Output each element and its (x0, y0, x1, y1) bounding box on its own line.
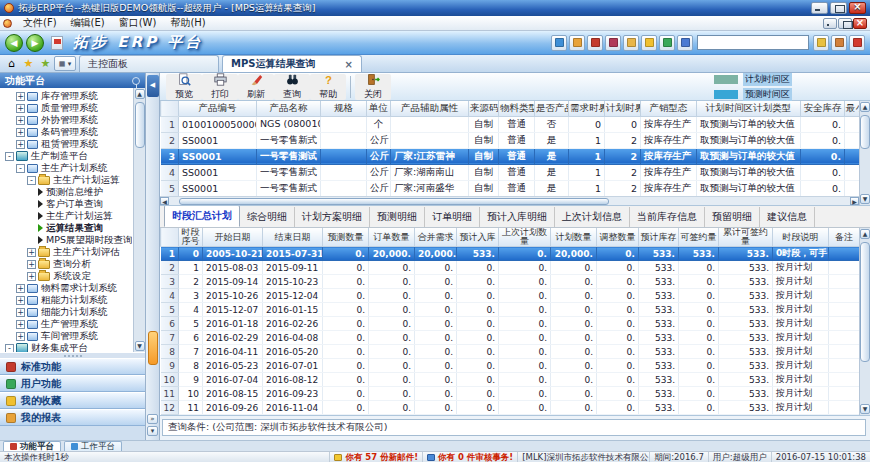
product-hscrollbar[interactable]: ◀ ▶ (160, 196, 859, 205)
tree-item[interactable]: MPS展望期时段查询 (3, 234, 132, 246)
tree-expand-icon[interactable]: + (27, 272, 36, 281)
menu-item[interactable]: 窗口(W) (112, 16, 164, 30)
bottom-tab[interactable]: 功能平台 (3, 441, 61, 452)
column-header[interactable]: 时段序号 (179, 228, 203, 247)
column-header[interactable]: 产品名称 (257, 101, 321, 116)
tree-item[interactable]: -生产制造平台 (3, 150, 132, 162)
home-icon[interactable]: ⌂ (3, 55, 20, 71)
column-header[interactable]: 安全库存 (801, 101, 845, 116)
address-book-button[interactable] (587, 35, 603, 51)
column-header[interactable]: 合并需求 (415, 228, 457, 247)
table-row[interactable]: 1092016-07-042016-08-120.0.0.0.0.0.0.533… (161, 373, 860, 387)
table-row[interactable]: 102005-10-212015-07-310.20,000.20,000.53… (161, 247, 860, 261)
column-header[interactable]: 累计可签约量 (719, 228, 773, 247)
detail-tab[interactable]: 订单明细 (425, 207, 480, 227)
scroll-up-icon[interactable]: ▲ (860, 229, 870, 239)
column-header[interactable]: 开始日期 (203, 228, 263, 247)
column-header[interactable]: 可签约量 (679, 228, 719, 247)
tree-expand-icon[interactable]: + (27, 260, 36, 269)
table-row[interactable]: 12112016-09-262016-11-040.0.0.0.0.0.0.53… (161, 401, 860, 415)
column-header[interactable]: 产品辅助属性 (391, 101, 469, 116)
menu-item[interactable]: 编辑(E) (64, 16, 112, 30)
table-row[interactable]: 982016-05-232016-07-010.0.0.0.0.0.0.533.… (161, 359, 860, 373)
accordion-user-check[interactable]: 用户功能 (0, 375, 145, 392)
exit-button[interactable] (849, 35, 865, 51)
tree-item[interactable]: +物料需求计划系统 (3, 282, 132, 294)
go-button[interactable] (813, 35, 829, 51)
tree-expand-icon[interactable]: + (16, 92, 25, 101)
detail-tab[interactable]: 预测明细 (370, 207, 425, 227)
period-vscrollbar[interactable]: ▲ ▼ (859, 228, 870, 415)
detail-tab[interactable]: 建议信息 (760, 207, 815, 227)
detail-tab[interactable]: 预留明细 (705, 207, 760, 227)
table-row[interactable]: 762016-02-292016-04-080.0.0.0.0.0.0.533.… (161, 331, 860, 345)
refresh-button[interactable]: 刷新 (238, 74, 274, 100)
status-audit[interactable]: 你有 0 件审核事务! (423, 452, 518, 462)
column-header[interactable]: 产销型态 (641, 101, 697, 116)
scroll-up-icon[interactable]: ▲ (860, 102, 870, 112)
tree-item[interactable]: 预测信息维护 (3, 186, 132, 198)
column-header[interactable]: 计划数量 (551, 228, 597, 247)
mdi-restore-button[interactable] (838, 18, 852, 29)
tree-expand-icon[interactable]: + (16, 308, 25, 317)
table-row[interactable]: 652016-01-182016-02-260.0.0.0.0.0.0.533.… (161, 317, 860, 331)
accordion-report[interactable]: 我的报表 (0, 409, 145, 426)
column-header[interactable]: 时段说明 (773, 228, 829, 247)
favorite-button[interactable] (641, 35, 657, 51)
column-header[interactable]: 单位 (367, 101, 391, 116)
scroll-left-icon[interactable]: ◀ (160, 197, 169, 205)
maximize-button[interactable] (830, 2, 847, 14)
table-row[interactable]: 872016-04-112016-05-200.0.0.0.0.0.0.533.… (161, 345, 860, 359)
bottom-tab[interactable]: 工作平台 (64, 441, 122, 452)
tree-item[interactable]: +车间管理系统 (3, 330, 132, 342)
tree-item[interactable]: -主生产计划系统 (3, 162, 132, 174)
tree-item[interactable]: +粗能力计划系统 (3, 294, 132, 306)
column-header[interactable]: 需求时界 (569, 101, 605, 116)
tree-item[interactable]: -财务集成平台 (3, 342, 132, 352)
tree-expand-icon[interactable]: - (5, 152, 14, 161)
column-header[interactable]: 结束日期 (263, 228, 323, 247)
tree-expand-icon[interactable]: + (16, 128, 25, 137)
vscroll-thumb[interactable] (860, 115, 870, 149)
mdi-minimize-button[interactable] (823, 18, 837, 29)
detail-tab[interactable]: 预计入库明细 (480, 207, 555, 227)
tree-item[interactable]: +系统设定 (3, 270, 132, 282)
expand-panel-icon[interactable]: » (147, 414, 158, 424)
close-view-button[interactable]: 关闭 (355, 74, 391, 100)
home-button[interactable] (831, 35, 847, 51)
table-row[interactable]: 3SS0001一号零售测试公斤厂家:江苏雷神自制普通是12按库存生产取预测与订单… (161, 148, 860, 164)
tree-item[interactable]: 客户订单查询 (3, 198, 132, 210)
column-header[interactable]: 预计库存 (639, 228, 679, 247)
table-row[interactable]: 10100100050000NGS (080010005蓝色鼠标个自制普通否00… (161, 116, 860, 132)
tree-expand-icon[interactable]: - (27, 176, 36, 185)
tree-expand-icon[interactable]: - (5, 344, 14, 353)
tree-item[interactable]: +生产管理系统 (3, 318, 132, 330)
product-vscrollbar[interactable]: ▲ ▼ (859, 101, 870, 205)
column-header[interactable]: 规格 (321, 101, 367, 116)
close-button[interactable] (849, 2, 866, 14)
panel-menu-icon[interactable]: ▾ (147, 426, 158, 436)
tree-item[interactable]: +库存管理系统 (3, 90, 132, 102)
clock-button[interactable] (677, 35, 693, 51)
scroll-up-icon[interactable]: ▲ (135, 89, 145, 99)
detail-tab[interactable]: 当前库存信息 (630, 207, 705, 227)
table-row[interactable]: 2SS0001一号零售新式公斤自制普通是12按库存生产取预测与订单的较大值0. (161, 132, 860, 148)
scroll-down-icon[interactable]: ▼ (135, 341, 145, 351)
tree-item[interactable]: +质量管理系统 (3, 102, 132, 114)
column-header[interactable]: 计划时界 (605, 101, 641, 116)
detail-tab[interactable]: 计划方案明细 (295, 207, 370, 227)
column-header[interactable]: 调整数量 (597, 228, 639, 247)
scroll-down-icon[interactable]: ▼ (860, 194, 870, 204)
scroll-right-icon[interactable]: ▶ (850, 197, 859, 205)
help-button[interactable]: ?帮助 (310, 74, 346, 100)
tree-item[interactable]: +查询分析 (3, 258, 132, 270)
column-header[interactable]: 备注 (829, 228, 860, 247)
document-tab[interactable]: MPS运算结果查询× (222, 55, 362, 72)
tree-expand-icon[interactable]: + (16, 320, 25, 329)
tree-item[interactable]: +外协管理系统 (3, 114, 132, 126)
column-header[interactable]: 上次计划数量 (499, 228, 551, 247)
open-folder-button[interactable] (569, 35, 585, 51)
tree-expand-icon[interactable]: + (16, 140, 25, 149)
tree-item[interactable]: +租赁管理系统 (3, 138, 132, 150)
preview-button[interactable]: 预览 (166, 74, 202, 100)
